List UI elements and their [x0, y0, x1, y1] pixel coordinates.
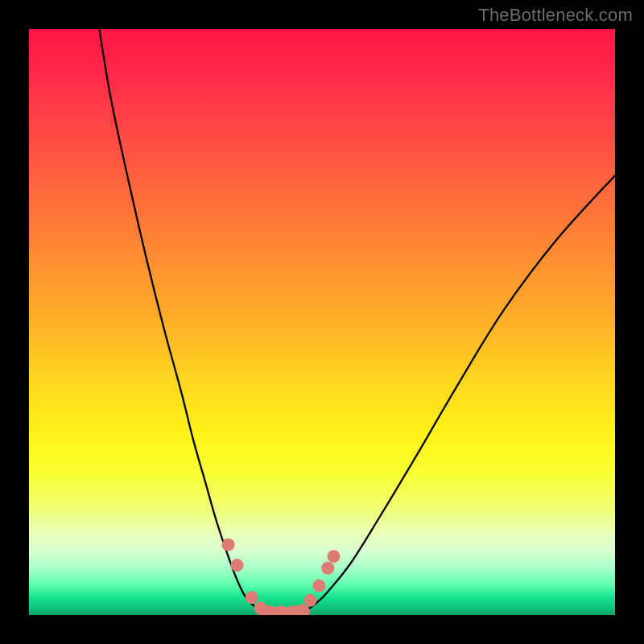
chart-frame: TheBottleneck.com	[0, 0, 644, 644]
plot-area	[29, 29, 615, 615]
marker-dot	[246, 591, 258, 604]
left-curve	[99, 29, 263, 612]
right-curve	[304, 175, 615, 612]
marker-dot	[303, 594, 316, 607]
watermark-text: TheBottleneck.com	[478, 5, 633, 26]
marker-dot	[222, 539, 235, 551]
marker-dot	[328, 550, 341, 563]
salmon-dots	[222, 539, 341, 615]
marker-dot	[321, 562, 334, 575]
marker-dot	[230, 559, 243, 572]
marker-dot	[295, 604, 308, 615]
chart-svg	[29, 29, 615, 615]
marker-dot	[312, 580, 325, 592]
